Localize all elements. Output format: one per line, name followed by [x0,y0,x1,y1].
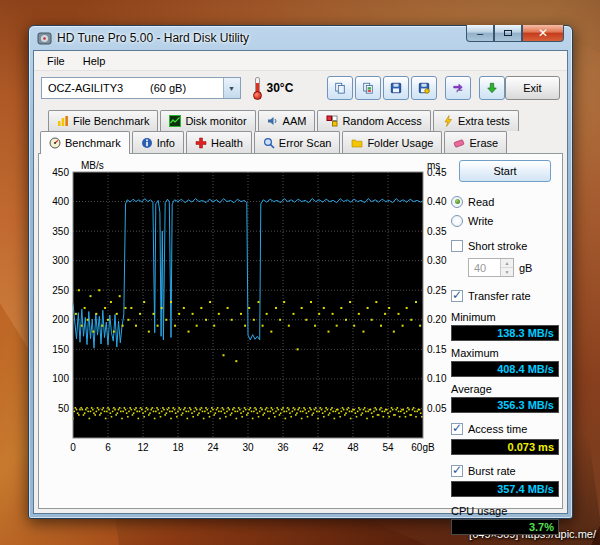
save-text-button[interactable] [383,76,409,100]
axis-tick-label: 0.25 [427,285,447,296]
axis-tick-label: 12 [137,442,149,453]
copy-text-button[interactable] [327,76,353,100]
axis-tick-label: 0.05 [427,403,447,414]
spinner-buttons[interactable]: ▲▼ [500,259,513,276]
minimum-value: 138.3 MB/s [451,325,559,341]
copy-text-icon [334,82,346,94]
tab-extra-tests[interactable]: Extra tests [433,110,519,131]
benchmark-chart: 450400350300250200150100500.450.400.350.… [41,158,455,460]
tab-erase[interactable]: Erase [444,131,507,153]
access-time-label: Access time [468,423,527,435]
window-body: File Help OCZ-AGILITY3 (60 gB) ▼ 30°C [33,50,568,514]
tab-benchmark[interactable]: Benchmark [40,131,130,154]
tab-aam[interactable]: AAM [258,110,316,131]
thermometer-icon [251,76,263,100]
save-image-button[interactable] [411,76,437,100]
short-stroke-unit: gB [519,262,532,274]
read-label: Read [468,196,494,208]
titlebar[interactable]: HD Tune Pro 5.00 - Hard Disk Utility – ✕ [33,26,568,50]
swap-arrows-icon [452,82,464,94]
cpu-usage-value: 3.7% [451,519,559,535]
tab-file-benchmark[interactable]: File Benchmark [48,110,158,131]
axis-tick-label: 350 [52,226,69,237]
axis-tick-label: 42 [312,442,324,453]
update-button[interactable] [479,76,505,100]
drive-name: OCZ-AGILITY3 [48,82,123,94]
axis-tick-label: 0 [70,442,76,453]
burst-rate-label: Burst rate [468,465,516,477]
health-cross-icon [195,137,207,149]
app-icon [37,31,52,46]
copy-image-button[interactable] [355,76,381,100]
axis-tick-label: 0.35 [427,226,447,237]
tab-health[interactable]: Health [186,131,252,153]
axis-tick-label: 0.10 [427,373,447,384]
short-stroke-label: Short stroke [468,240,527,252]
tab-folder-usage[interactable]: Folder Usage [342,131,442,153]
axis-tick-label: ms [427,160,440,171]
read-radio[interactable] [451,196,463,208]
chevron-down-icon[interactable]: ▼ [223,78,240,98]
benchmark-graph-svg: 450400350300250200150100500.450.400.350.… [41,158,453,458]
tab-info[interactable]: Info [132,131,184,153]
transfer-rate-label: Transfer rate [468,290,531,302]
tab-disk-monitor[interactable]: Disk monitor [160,110,255,131]
axis-tick-label: 250 [52,285,69,296]
axis-tick-label: 0.30 [427,255,447,266]
minimize-button[interactable]: – [466,25,494,42]
maximum-value: 408.4 MB/s [451,361,559,377]
folder-icon [351,137,363,149]
axis-tick-label: 300 [52,255,69,266]
disk-monitor-icon [169,115,181,127]
window-title: HD Tune Pro 5.00 - Hard Disk Utility [57,31,249,45]
axis-tick-label: 0.40 [427,196,447,207]
benchmark-panel: 450400350300250200150100500.450.400.350.… [38,153,563,509]
access-time-checkbox[interactable] [451,423,463,435]
access-time-value: 0.073 ms [451,439,559,455]
extra-tests-icon [442,115,454,127]
magnifier-icon [263,137,275,149]
maximize-button[interactable] [494,25,522,42]
random-access-icon [326,115,338,127]
compare-button[interactable] [445,76,471,100]
axis-tick-label: 400 [52,196,69,207]
average-label: Average [451,383,559,396]
tab-random-access[interactable]: Random Access [317,110,430,131]
hd-tune-window: HD Tune Pro 5.00 - Hard Disk Utility – ✕… [28,25,573,519]
write-radio[interactable] [451,215,463,227]
benchmark-controls: Start Read Write Short stroke 40 [451,160,559,535]
short-stroke-checkbox[interactable] [451,240,463,252]
axis-tick-label: 100 [52,373,69,384]
axis-tick-label: 18 [172,442,184,453]
save-floppy-icon [390,82,402,94]
drive-select-combobox[interactable]: OCZ-AGILITY3 (60 gB) ▼ [41,77,241,99]
axis-tick-label: MB/s [81,160,104,171]
transfer-rate-checkbox[interactable] [451,290,463,302]
menu-file[interactable]: File [38,53,74,69]
axis-tick-label: 50 [58,403,70,414]
axis-tick-label: 0.15 [427,344,447,355]
menu-help[interactable]: Help [74,53,115,69]
save-image-icon [418,82,430,94]
axis-tick-label: 48 [347,442,359,453]
down-arrow-icon [486,82,498,94]
cpu-usage-label: CPU usage [451,505,559,518]
axis-tick-label: 450 [52,167,69,178]
start-button[interactable]: Start [459,160,551,182]
drive-size: (60 gB) [150,82,186,94]
burst-rate-checkbox[interactable] [451,465,463,477]
axis-tick-label: 30 [242,442,254,453]
file-benchmark-icon [57,115,69,127]
close-button[interactable]: ✕ [522,25,564,42]
exit-button[interactable]: Exit [505,76,560,100]
axis-tick-label: 36 [277,442,289,453]
speaker-icon [267,115,279,127]
axis-tick-label: 24 [207,442,219,453]
burst-rate-value: 357.4 MB/s [451,481,559,497]
short-stroke-capacity-input[interactable]: 40 ▲▼ [468,258,514,277]
toolbar: OCZ-AGILITY3 (60 gB) ▼ 30°C [34,71,567,105]
tab-error-scan[interactable]: Error Scan [254,131,341,153]
eraser-icon [453,137,465,149]
average-value: 356.3 MB/s [451,397,559,413]
temperature-label: 30°C [267,81,294,95]
